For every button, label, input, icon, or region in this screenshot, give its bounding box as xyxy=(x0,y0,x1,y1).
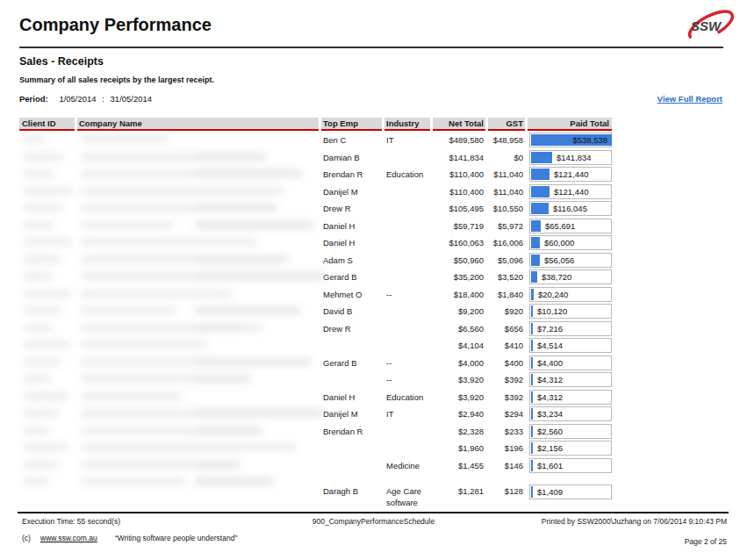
cell-paid-total: $3,234 xyxy=(528,406,612,423)
cell-gst: $3,520 xyxy=(488,269,525,286)
cell-industry: Medicine xyxy=(384,457,430,475)
view-full-report-link[interactable]: View Full Report xyxy=(657,94,722,104)
cell-top-emp: Daniel H xyxy=(321,218,382,235)
cell-client-id xyxy=(19,303,75,320)
cell-industry: IT xyxy=(384,132,430,149)
cell-gst: $392 xyxy=(488,371,525,389)
paid-total-value: $10,120 xyxy=(537,305,567,318)
cell-top-emp xyxy=(321,440,382,457)
paid-total-data-bar xyxy=(531,323,533,334)
cell-paid-total: $538,538 xyxy=(528,132,612,149)
cell-gst: $11,040 xyxy=(488,166,525,183)
paid-total-data-bar xyxy=(531,169,549,180)
paid-total-cell-box: $4,312 xyxy=(529,372,612,387)
cell-industry xyxy=(384,269,430,286)
paid-total-value: $4,312 xyxy=(537,373,563,386)
cell-client-id xyxy=(19,286,75,304)
paid-total-data-bar xyxy=(531,203,549,214)
cell-net-total: $9,200 xyxy=(433,303,485,320)
table-row: Daniel H $160,063 $16,006 $60,000 xyxy=(19,234,612,252)
cell-top-emp: Gerard B xyxy=(321,269,382,286)
paid-total-value: $2,156 xyxy=(537,442,563,455)
cell-paid-total: $2,156 xyxy=(528,440,612,457)
ssw-website-link[interactable]: www.ssw.com.au xyxy=(40,534,97,542)
cell-paid-total: $7,216 xyxy=(528,320,612,338)
table-row: Gerard B $35,200 $3,520 $38,720 xyxy=(19,269,612,286)
cell-paid-total: $56,056 xyxy=(528,252,612,269)
paid-total-data-bar xyxy=(531,391,533,403)
cell-gst: $48,958 xyxy=(488,132,525,149)
cell-industry xyxy=(384,423,430,441)
cell-industry xyxy=(384,183,430,201)
paid-total-cell-box: $65,691 xyxy=(529,219,612,233)
cell-gst: $1,840 xyxy=(488,286,525,304)
table-header-row: Client ID Company Name Top Emp Industry … xyxy=(19,118,612,131)
paid-total-value: $141,834 xyxy=(557,151,592,164)
cell-paid-total: $60,000 xyxy=(528,234,612,252)
paid-total-cell-box: $60,000 xyxy=(529,235,612,250)
cell-top-emp: Drew R xyxy=(321,320,382,338)
cell-paid-total: $1,601 xyxy=(528,457,612,475)
cell-net-total: $141,834 xyxy=(433,149,485,167)
cell-client-id xyxy=(19,166,75,183)
table-row: $4,104 $410 $4,514 xyxy=(19,337,612,355)
paid-total-value: $3,234 xyxy=(537,407,563,420)
cell-top-emp: Drew R xyxy=(321,200,382,218)
cell-net-total: $1,281 xyxy=(433,484,485,510)
cell-gst: $5,096 xyxy=(488,252,525,269)
cell-industry: -- xyxy=(384,286,430,304)
cell-company-name xyxy=(77,484,319,510)
col-header-paid-total: Paid Total xyxy=(528,118,612,131)
cell-net-total: $3,920 xyxy=(433,371,485,389)
cell-gst: $11,040 xyxy=(488,183,525,201)
cell-company-name xyxy=(77,303,319,320)
cell-industry xyxy=(384,337,430,355)
cell-top-emp: Adam S xyxy=(321,252,382,269)
cell-net-total: $1,960 xyxy=(433,440,485,457)
table-body: Ben C IT $489,580 $48,958 $538,538 Damia… xyxy=(19,132,612,510)
cell-company-name xyxy=(77,269,319,286)
cell-top-emp: Brendan R xyxy=(321,423,382,441)
cell-industry: -- xyxy=(384,371,430,389)
cell-net-total: $2,328 xyxy=(433,423,485,441)
cell-net-total: $4,000 xyxy=(433,355,485,372)
cell-net-total: $110,400 xyxy=(433,166,485,183)
table-row: Drew R $105,495 $10,550 $116,045 xyxy=(19,200,612,218)
cell-industry: Education xyxy=(384,166,430,183)
cell-industry: -- xyxy=(384,355,430,372)
cell-industry xyxy=(384,218,430,235)
cell-paid-total: $2,560 xyxy=(528,423,612,441)
printed-by: Printed by SSW2000\Juzhang on 7/06/2014 … xyxy=(542,517,727,526)
cell-company-name xyxy=(77,423,319,441)
cell-company-name xyxy=(77,389,319,406)
table-row: Medicine $1,455 $146 $1,601 xyxy=(19,457,612,475)
cell-net-total: $110,400 xyxy=(433,183,485,201)
ssw-logo-text: SSW xyxy=(691,18,722,33)
cell-top-emp xyxy=(321,337,382,355)
table-row: Damian B $141,834 $0 $141,834 xyxy=(19,149,612,167)
period-to-date: 31/05/2014 xyxy=(111,94,153,104)
period-row: Period: 1/05/2014 : 31/05/2014 xyxy=(19,94,152,104)
cell-client-id xyxy=(19,371,75,389)
cell-client-id xyxy=(19,149,75,167)
cell-paid-total: $121,440 xyxy=(528,183,612,201)
cell-industry xyxy=(384,440,430,457)
paid-total-value: $121,440 xyxy=(554,168,589,181)
period-label: Period: xyxy=(19,94,48,104)
paid-total-value: $2,560 xyxy=(537,425,563,438)
cell-net-total: $3,920 xyxy=(433,389,485,406)
cell-paid-total: $1,409 xyxy=(528,484,612,510)
period-from-date: 1/05/2014 xyxy=(59,94,96,104)
cell-client-id xyxy=(19,200,75,218)
table-row: Daniel H Education $3,920 $392 $4,312 xyxy=(19,389,612,406)
cell-company-name xyxy=(77,406,319,423)
paid-total-data-bar xyxy=(531,220,541,232)
cell-gst: $656 xyxy=(488,320,525,338)
cell-gst: $233 xyxy=(488,423,525,441)
cell-gst: $128 xyxy=(488,484,525,510)
cell-gst: $392 xyxy=(488,389,525,406)
paid-total-data-bar xyxy=(531,442,533,454)
cell-company-name xyxy=(77,149,319,167)
paid-total-cell-box: $1,601 xyxy=(529,458,612,473)
paid-total-data-bar xyxy=(531,186,549,197)
